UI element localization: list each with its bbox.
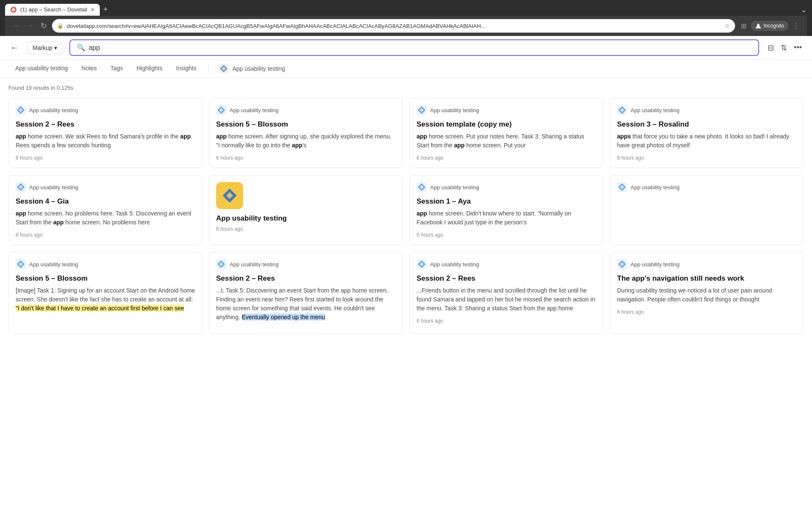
card-header-8: App usability testing — [617, 182, 796, 192]
result-card-10[interactable]: App usability testing Session 2 – Rees .… — [209, 252, 403, 334]
tab-notes[interactable]: Notes — [75, 60, 104, 77]
card-title-12: The app's navigation still needs work — [617, 274, 796, 283]
url-text: dovetailapp.com/search#v=ewAiAHEAIgA6ACI… — [67, 23, 721, 29]
card-header-7: App usability testing — [417, 182, 596, 192]
chevron-down-icon: ▾ — [54, 44, 57, 51]
address-bar[interactable]: 🔒 dovetailapp.com/search#v=ewAiAHEAIgA6A… — [52, 19, 735, 33]
result-card-2[interactable]: App usability testing Session 5 – Blosso… — [209, 98, 403, 168]
browser-menu-button[interactable]: ⋮ — [790, 20, 802, 32]
sort-button[interactable]: ⇅ — [779, 41, 789, 54]
dovetail-icon-3 — [417, 105, 427, 115]
incognito-label: Incognito — [763, 23, 784, 29]
card-time-3: 6 hours ago — [417, 155, 596, 161]
card-body-12: During usability testing we noticed a lo… — [617, 286, 796, 304]
search-container[interactable]: 🔍 — [69, 39, 759, 56]
result-card-7[interactable]: App usability testing Session 1 – Aya ap… — [409, 175, 603, 245]
card-project-2: App usability testing — [230, 107, 279, 113]
card-time-11: 6 hours ago — [417, 318, 596, 324]
header-actions: ⊟ ⇅ ••• — [766, 41, 804, 54]
tab-projects[interactable]: App usability testing — [8, 60, 75, 77]
dovetail-icon-10 — [216, 259, 226, 269]
card-project-4: App usability testing — [631, 107, 680, 113]
card-title-9: Session 5 – Blossom — [16, 274, 195, 283]
result-card-9[interactable]: App usability testing Session 5 – Blosso… — [8, 252, 202, 334]
card-body-3: app home screen. Put your notes here. Ta… — [417, 132, 596, 150]
card-title-7: Session 1 – Aya — [417, 197, 596, 206]
tab-menu-button[interactable]: ⌄ — [801, 5, 807, 14]
project-breadcrumb-icon — [219, 64, 229, 74]
result-card-1[interactable]: App usability testing Session 2 – Rees a… — [8, 98, 202, 168]
card-body-5: app home screen. No problems here. Task … — [16, 209, 195, 227]
tab-close-button[interactable]: ✕ — [91, 7, 95, 13]
dovetail-icon-9 — [16, 259, 26, 269]
project-breadcrumb[interactable]: App usability testing — [214, 60, 290, 77]
browser-tabs: (1) app – Search – Dovetail ✕ + ⌄ — [5, 3, 807, 16]
project-card-image — [216, 182, 243, 209]
active-tab[interactable]: (1) app – Search – Dovetail ✕ — [5, 4, 100, 16]
card-project-12: App usability testing — [631, 261, 680, 268]
project-selector-label: Markup — [33, 44, 52, 51]
card-body-10: ...t. Task 5: Discovering an event Start… — [216, 286, 395, 322]
card-project-5: App usability testing — [29, 184, 78, 190]
dovetail-icon-5 — [16, 182, 26, 192]
card-body-1: app home screen. We ask Rees to find Sam… — [16, 132, 195, 150]
card-project-1: App usability testing — [29, 107, 78, 113]
tab-highlights[interactable]: Highlights — [130, 60, 169, 77]
reload-button[interactable]: ↻ — [39, 19, 49, 32]
card-time-4: 6 hours ago — [617, 155, 796, 161]
result-card-12[interactable]: App usability testing The app's navigati… — [610, 252, 804, 334]
card-project-7: App usability testing — [430, 184, 479, 190]
browser-chrome: (1) app – Search – Dovetail ✕ + ⌄ ← → ↻ … — [0, 0, 812, 36]
card-title-11: Session 2 – Rees — [417, 274, 596, 283]
toolbar-icons: ⊞ Incognito ⋮ — [738, 20, 802, 32]
tab-title: (1) app – Search – Dovetail — [20, 6, 87, 13]
card-header-4: App usability testing — [617, 105, 796, 115]
card-title-4: Session 3 – Rosalind — [617, 120, 796, 129]
forward-button[interactable]: → — [25, 20, 36, 32]
card-project-8: App usability testing — [631, 184, 680, 190]
filter-button[interactable]: ⊟ — [766, 41, 776, 54]
card-body-7: app home screen. Didn't know where to st… — [417, 209, 596, 227]
result-card-11[interactable]: App usability testing Session 2 – Rees .… — [409, 252, 603, 334]
tab-insights[interactable]: Insights — [169, 60, 203, 77]
tab-tags[interactable]: Tags — [104, 60, 130, 77]
card-header-3: App usability testing — [417, 105, 596, 115]
results-area: Found 19 results in 0.125s App usability… — [0, 78, 812, 341]
extensions-button[interactable]: ⊞ — [738, 20, 749, 32]
lock-icon: 🔒 — [57, 23, 63, 29]
result-card-6-project[interactable]: App usability testing 6 hours ago — [209, 175, 403, 245]
card-header-9: App usability testing — [16, 259, 195, 269]
dovetail-icon-8 — [617, 182, 627, 192]
card-title-1: Session 2 – Rees — [16, 120, 195, 129]
card-header-10: App usability testing — [216, 259, 395, 269]
result-card-3[interactable]: App usability testing Session template (… — [409, 98, 603, 168]
project-selector[interactable]: Markup ▾ — [27, 41, 63, 54]
back-button[interactable]: ← — [10, 20, 21, 32]
card-time-1: 6 hours ago — [16, 155, 195, 161]
card-grid: App usability testing Session 2 – Rees a… — [8, 98, 804, 334]
card-empty-area-8 — [617, 197, 796, 223]
new-tab-button[interactable]: + — [100, 3, 111, 16]
app-header: ← Markup ▾ 🔍 ⊟ ⇅ ••• — [0, 36, 812, 60]
search-input[interactable] — [89, 44, 752, 52]
app-back-button[interactable]: ← — [8, 41, 20, 54]
result-card-8[interactable]: App usability testing — [610, 175, 804, 245]
dovetail-icon — [16, 105, 26, 115]
result-card-5[interactable]: App usability testing Session 4 – Gia ap… — [8, 175, 202, 245]
dovetail-icon-7 — [417, 182, 427, 192]
card-header-5: App usability testing — [16, 182, 195, 192]
dovetail-icon-4 — [617, 105, 627, 115]
card-time-7: 6 hours ago — [417, 232, 596, 238]
search-icon: 🔍 — [77, 44, 85, 52]
card-project-10: App usability testing — [230, 261, 279, 268]
card-header-2: App usability testing — [216, 105, 395, 115]
result-card-4[interactable]: App usability testing Session 3 – Rosali… — [610, 98, 804, 168]
card-time-2: 6 hours ago — [216, 155, 395, 161]
bookmark-icon: ☆ — [724, 22, 730, 29]
card-title-2: Session 5 – Blossom — [216, 120, 395, 129]
dovetail-icon-2 — [216, 105, 226, 115]
card-body-4: apps that force you to take a new photo.… — [617, 132, 796, 150]
more-options-button[interactable]: ••• — [792, 41, 804, 54]
card-body-11: ...Friends button in the menu and scroll… — [417, 286, 596, 313]
project-breadcrumb-label: App usability testing — [232, 65, 285, 72]
